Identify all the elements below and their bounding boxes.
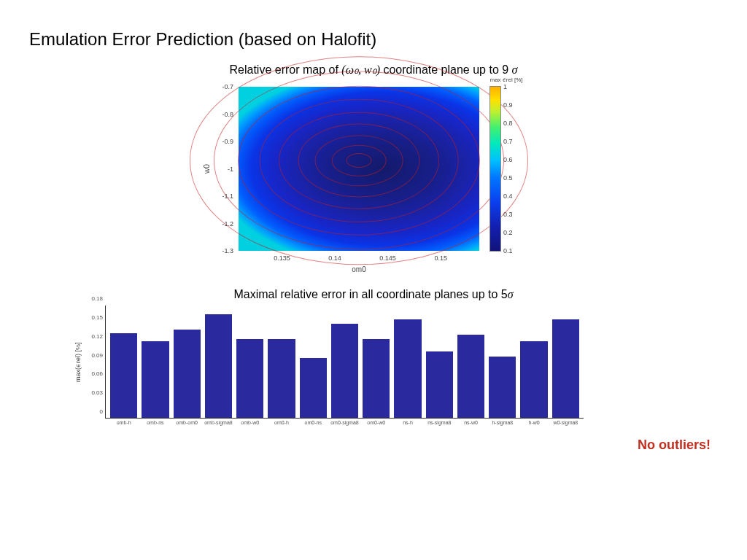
heatmap-ytick: -1.2 <box>198 220 233 228</box>
bar: om0-w0 <box>363 339 390 418</box>
bar-category-label: omb-ns <box>147 420 163 425</box>
colorbar-tick: 0.9 <box>503 101 513 109</box>
caption-text: Relative error map of <box>230 63 342 76</box>
barchart-ytick: 0.06 <box>74 370 106 377</box>
heatmap-xtick: 0.14 <box>328 254 341 262</box>
barchart-caption: Maximal relative error in all coordinate… <box>29 288 718 301</box>
bar: ns-w0 <box>457 335 484 418</box>
caption2-text: Maximal relative error in all coordinate… <box>233 288 507 300</box>
bar: omb-om0 <box>174 330 201 418</box>
heatmap-xlabel: om0 <box>239 265 479 273</box>
bar-category-label: ns-w0 <box>464 420 478 425</box>
barchart-ytick: 0.15 <box>74 314 106 320</box>
bar-category-label: h-sigma8 <box>492 420 513 425</box>
heatmap-xtick: 0.145 <box>379 254 396 262</box>
colorbar-tick: 0.8 <box>503 120 513 127</box>
heatmap-figure: max ϵrel [%] om0 w0 0.1350.140.1450.15-0… <box>198 81 549 278</box>
bar: omb-w0 <box>236 339 263 419</box>
bar-category-label: w0-sigma8 <box>553 420 578 425</box>
callout-no-outliers: No outliers! <box>638 438 711 453</box>
bar: om0-h <box>268 339 295 418</box>
colorbar-tick: 0.2 <box>503 229 513 236</box>
bar-category-label: om0-ns <box>305 420 322 425</box>
bar: ns-sigma8 <box>426 351 453 418</box>
heatmap-ytick: -0.8 <box>198 111 233 118</box>
colorbar-tick: 0.7 <box>503 138 513 145</box>
barchart-ytick: 0.09 <box>74 351 106 358</box>
colorbar-tick: 0.5 <box>503 174 513 182</box>
colorbar-tick: 0.3 <box>503 211 513 218</box>
bar: om0-ns <box>300 358 327 418</box>
sigma-symbol-2: σ <box>508 288 514 300</box>
slide-title: Emulation Error Prediction (based on Hal… <box>29 29 718 50</box>
bar: omb-h <box>110 333 137 418</box>
heatmap-ytick: -0.9 <box>198 138 233 145</box>
barchart-ytick: 0 <box>74 408 106 415</box>
bar-category-label: omb-om0 <box>176 420 198 425</box>
heatmap-axes <box>239 87 479 251</box>
bar: w0-sigma8 <box>552 319 579 418</box>
barchart-plot: 00.030.060.090.120.150.18omb-homb-nsomb-… <box>105 306 584 419</box>
heatmap-xtick: 0.135 <box>274 254 290 262</box>
bar: h-sigma8 <box>489 357 516 418</box>
bar-category-label: ns-sigma8 <box>427 420 451 425</box>
bar-category-label: h-w0 <box>528 420 539 425</box>
heatmap-ytick: -0.7 <box>198 83 233 90</box>
colorbar-tick: 1 <box>503 83 507 90</box>
heatmap-caption: Relative error map of (ω₀, w₀) coordinat… <box>29 63 718 77</box>
colorbar-tick: 0.6 <box>503 156 513 163</box>
bar-category-label: omb-h <box>117 420 131 425</box>
colorbar-tick: 0.4 <box>503 192 513 200</box>
bar-category-label: om0-h <box>274 420 289 425</box>
bar-category-label: omb-sigma8 <box>204 420 233 425</box>
barchart-ytick: 0.18 <box>74 295 106 302</box>
bar: ns-h <box>394 319 421 418</box>
heatmap-xtick: 0.15 <box>434 254 447 262</box>
colorbar-title: max ϵrel [%] <box>484 77 528 83</box>
heatmap-surface <box>239 87 479 251</box>
heatmap-ytick: -1.1 <box>198 192 233 200</box>
bar: omb-sigma8 <box>205 314 232 418</box>
heatmap-ytick: -1 <box>198 166 233 173</box>
barchart-ylabel: max(ϵrel) [%] <box>74 306 85 419</box>
caption-formula: (ω₀, w₀) <box>341 63 380 76</box>
barchart-figure: max(ϵrel) [%] 00.030.060.090.120.150.18o… <box>73 306 584 419</box>
barchart-ytick: 0.03 <box>74 389 106 396</box>
bar: h-w0 <box>520 341 547 418</box>
slide: Emulation Error Prediction (based on Hal… <box>0 0 747 560</box>
colorbar-tick: 0.1 <box>503 247 513 254</box>
bar-category-label: omb-w0 <box>241 420 259 425</box>
bar: omb-ns <box>142 341 169 418</box>
bar: om0-sigma8 <box>331 324 358 418</box>
bar-category-label: om0-sigma8 <box>330 420 359 425</box>
bar-category-label: om0-w0 <box>367 420 385 425</box>
heatmap-colorbar <box>490 87 500 251</box>
sigma-symbol: σ <box>512 63 518 76</box>
barchart-ytick: 0.12 <box>74 332 106 339</box>
bar-category-label: ns-h <box>403 420 413 425</box>
caption-text-2: coordinate plane up to 9 <box>383 63 511 76</box>
heatmap-ytick: -1.3 <box>198 247 233 254</box>
